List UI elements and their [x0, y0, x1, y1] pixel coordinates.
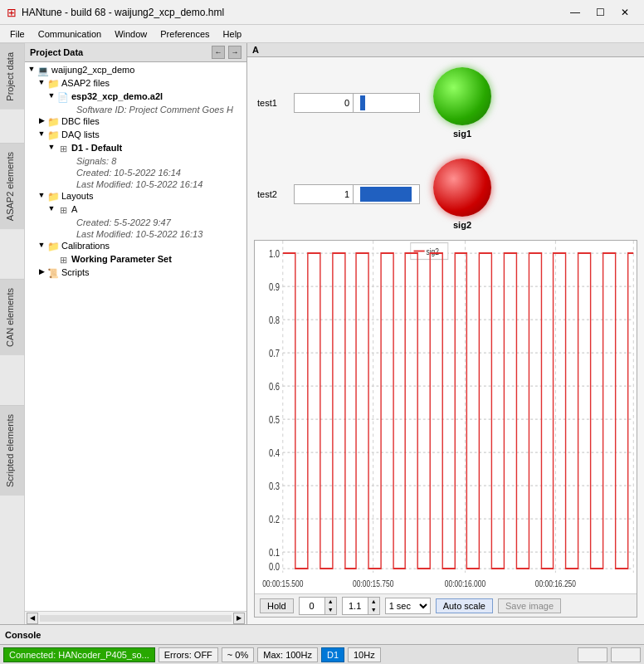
computer-icon: 💻 [37, 65, 50, 76]
svg-text:sig2: sig2 [427, 247, 440, 256]
tree-node-daq[interactable]: ▼ 📁 DAQ lists [27, 129, 245, 142]
expander-asap2: ▼ [37, 78, 46, 86]
tree-node-sigs: Signals: 8 [27, 155, 245, 167]
content-body: test1 sig1 tes [247, 57, 644, 624]
grid-icon-layout-a: ⊞ [56, 204, 70, 216]
val1-spin-down[interactable]: ▼ [324, 606, 336, 614]
val2-spin-down[interactable]: ▼ [368, 606, 379, 614]
expander-wps [46, 254, 56, 262]
statusbar: Connected: HANcoder_P405_so... Errors: O… [0, 644, 644, 664]
svg-text:00:00:16.000: 00:00:16.000 [445, 579, 486, 588]
test2-control: test2 [257, 184, 420, 204]
tree-node-created: Created: 10-5-2022 16:14 [27, 167, 245, 178]
file-icon-a2l: 📄 [56, 91, 70, 103]
menu-communication[interactable]: Communication [32, 27, 108, 41]
status-btn2[interactable] [611, 647, 641, 662]
tree-label-sigs: Signals: 8 [76, 156, 245, 166]
tree-node-asap2[interactable]: ▼ 📁 ASAP2 files [27, 77, 245, 90]
sig2-label: sig2 [453, 220, 471, 230]
tree-label-asap2: ASAP2 files [61, 78, 245, 88]
project-panel: Project Data ← → ▼ 💻 waijung2_xcp_demo ▼… [25, 43, 247, 624]
svg-text:0.6: 0.6 [269, 381, 280, 393]
tree-label-dbc: DBC files [61, 116, 245, 126]
menu-file[interactable]: File [3, 27, 32, 41]
saveimage-button[interactable]: Save image [498, 598, 561, 613]
svg-text:00:00:15.500: 00:00:15.500 [262, 579, 304, 588]
val2-spin-btns: ▲ ▼ [368, 598, 379, 614]
expander-calib: ▼ [37, 241, 46, 249]
val2-input[interactable] [343, 598, 368, 614]
test2-label: test2 [257, 189, 290, 199]
svg-text:0.5: 0.5 [269, 414, 280, 426]
menu-window[interactable]: Window [108, 27, 154, 41]
side-tabs-panel: Project data ASAP2 elements CAN elements… [0, 43, 25, 624]
app-icon: ⊞ [7, 6, 17, 19]
status-max: Max: 100Hz [257, 647, 318, 662]
svg-text:0.1: 0.1 [269, 547, 280, 559]
tree-node-lmodified: Last Modified: 10-5-2022 16:13 [27, 228, 245, 240]
tree-node-root[interactable]: ▼ 💻 waijung2_xcp_demo [27, 64, 245, 77]
status-hz: 10Hz [348, 647, 381, 662]
tree-node-scripts[interactable]: ▶ 📜 Scripts [27, 266, 245, 280]
menu-help[interactable]: Help [217, 27, 249, 41]
controls-area: test1 sig1 [254, 64, 637, 142]
tree-node-wps[interactable]: ⊞ Working Parameter Set [27, 253, 245, 266]
side-tab-asap2[interactable]: ASAP2 elements [0, 143, 24, 229]
val1-spin-up[interactable]: ▲ [324, 598, 336, 606]
side-tab-scripted[interactable]: Scripted elements [0, 405, 24, 496]
autoscale-button[interactable]: Auto scale [436, 598, 493, 613]
tree-label-created: Created: 10-5-2022 16:14 [76, 168, 245, 178]
grid-icon-d1: ⊞ [56, 143, 70, 154]
val2-spinner: ▲ ▼ [342, 597, 380, 615]
time-select[interactable]: 1 sec 2 sec 5 sec 10 sec [385, 598, 431, 614]
status-cpu: ~ 0% [222, 647, 254, 662]
tree-node-layout-a[interactable]: ▼ ⊞ A [27, 203, 245, 217]
side-tab-project[interactable]: Project data [0, 43, 24, 110]
scroll-left-btn[interactable]: ◀ [27, 613, 38, 624]
tree-label-daq: DAQ lists [61, 129, 245, 139]
status-d1: D1 [321, 647, 344, 662]
folder-icon-layouts: 📁 [46, 191, 60, 203]
panel-nav-right[interactable]: → [228, 46, 242, 59]
status-btn1[interactable] [578, 647, 607, 662]
hold-button[interactable]: Hold [260, 598, 294, 613]
content-tab-a: A [247, 43, 644, 57]
console-label: Console [5, 630, 41, 640]
tree-label-softid: Software ID: Project Comment Goes H [76, 105, 245, 115]
sig2-led-container: sig2 [433, 159, 491, 230]
close-button[interactable]: ✕ [612, 4, 637, 21]
tree-label-root: waijung2_xcp_demo [51, 65, 245, 75]
val2-spin-up[interactable]: ▲ [368, 598, 379, 606]
val1-input[interactable] [300, 598, 324, 614]
svg-text:0.9: 0.9 [269, 281, 280, 293]
panel-nav-left[interactable]: ← [212, 46, 225, 59]
expander-a2l: ▼ [46, 91, 56, 100]
test2-textbox[interactable] [295, 185, 353, 203]
menu-preferences[interactable]: Preferences [154, 27, 216, 41]
svg-text:0.8: 0.8 [269, 315, 280, 326]
project-tree: ▼ 💻 waijung2_xcp_demo ▼ 📁 ASAP2 files ▼ … [25, 62, 246, 611]
tree-node-calib[interactable]: ▼ 📁 Calibrations [27, 240, 245, 253]
maximize-button[interactable]: ☐ [588, 4, 612, 21]
main-area: Project data ASAP2 elements CAN elements… [0, 43, 644, 624]
tree-node-a2l[interactable]: ▼ 📄 esp32_xcp_demo.a2l [27, 90, 245, 104]
tree-scrollbar[interactable]: ◀ ▶ [25, 611, 246, 624]
tree-node-dbc[interactable]: ▶ 📁 DBC files [27, 115, 245, 129]
content-area: A test1 sig1 [247, 43, 644, 624]
test1-slider-area[interactable] [353, 94, 419, 112]
expander-icon: ▼ [27, 65, 37, 73]
controls-area-2: test2 sig2 [254, 155, 637, 233]
window-controls: — ☐ ✕ [563, 4, 637, 21]
minimize-button[interactable]: — [563, 4, 588, 21]
tree-node-softid: Software ID: Project Comment Goes H [27, 104, 245, 115]
scroll-track [40, 615, 232, 622]
test1-textbox[interactable] [295, 94, 353, 112]
tree-label-scripts: Scripts [61, 267, 245, 277]
tree-node-d1[interactable]: ▼ ⊞ D1 - Default [27, 142, 245, 155]
scroll-right-btn[interactable]: ▶ [233, 613, 245, 624]
tree-label-d1: D1 - Default [71, 143, 245, 153]
tree-node-layouts[interactable]: ▼ 📁 Layouts [27, 190, 245, 203]
test2-slider-area[interactable] [353, 185, 419, 203]
side-tab-can[interactable]: CAN elements [0, 279, 24, 355]
tree-label-calib: Calibrations [61, 241, 245, 251]
